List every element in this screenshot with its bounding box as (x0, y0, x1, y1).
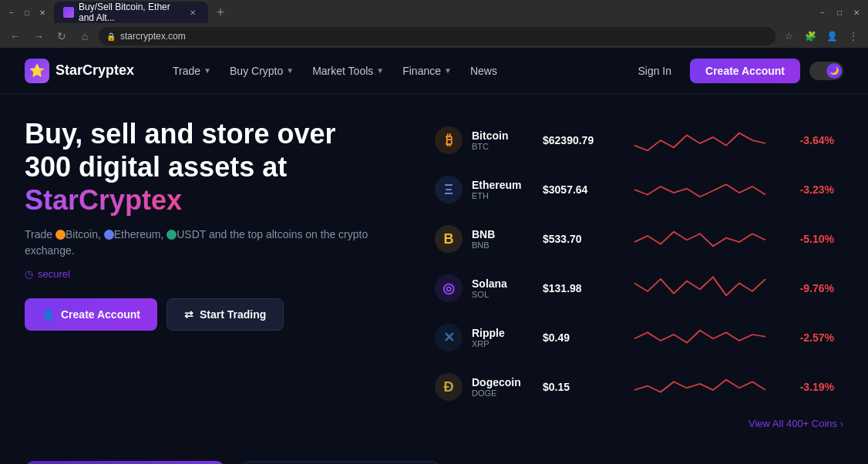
tab-favicon (63, 7, 74, 18)
security-card-preview: Security (456, 461, 657, 464)
signin-button[interactable]: Sign In (628, 60, 681, 82)
address-bar[interactable]: 🔒 starcryptex.com (99, 27, 775, 45)
coin-ticker: ETH (472, 191, 533, 200)
nav-trade[interactable]: Trade ▼ (165, 60, 219, 82)
browser-window-controls: − □ ✕ (6, 7, 48, 18)
coin-change: -3.23% (788, 183, 834, 196)
win-restore[interactable]: □ (834, 7, 845, 18)
coin-name: Bitcoin (472, 129, 533, 142)
crypto-row[interactable]: Ξ Ethereum ETH $3057.64 -3.23% (426, 166, 843, 213)
coin-icon: Ð (435, 373, 463, 401)
coin-icon: Ξ (435, 176, 463, 203)
coin-chart (621, 174, 779, 205)
hero-brand-name: StarCryptex (25, 184, 182, 216)
address-bar-row: ← → ↻ ⌂ 🔒 starcryptex.com ☆ 🧩 👤 ⋮ (0, 25, 868, 48)
coin-icon: ₿ (435, 126, 463, 154)
hero-create-account-button[interactable]: 👤 Create Account (25, 298, 157, 331)
browser-chrome: − □ ✕ Buy/Sell Bitcoin, Ether and Alt...… (0, 0, 868, 48)
crypto-row[interactable]: B BNB BNB $533.70 -5.10% (426, 216, 843, 262)
nav-news[interactable]: News (463, 60, 505, 82)
nav-market-tools[interactable]: Market Tools ▼ (304, 60, 392, 82)
nav-buy-crypto[interactable]: Buy Crypto ▼ (222, 60, 301, 82)
hero-left: Buy, sell and store over 300 digital ass… (25, 117, 395, 331)
home-button[interactable]: ⌂ (76, 27, 94, 45)
secure-text: securel (38, 268, 70, 280)
active-tab[interactable]: Buy/Sell Bitcoin, Ether and Alt... ✕ (54, 2, 208, 23)
coin-chart (621, 224, 779, 254)
name-card-preview: "Name" Card (25, 461, 225, 464)
bitcoin-icon (56, 230, 66, 240)
nav-links: Trade ▼ Buy Crypto ▼ Market Tools ▼ Fina… (165, 60, 628, 82)
close-button[interactable]: ✕ (37, 7, 48, 18)
maximize-button[interactable]: □ (22, 7, 32, 18)
coin-price: $131.98 (543, 282, 612, 294)
address-bar-actions: ☆ 🧩 👤 ⋮ (780, 28, 862, 45)
theme-toggle-thumb: 🌙 (826, 63, 842, 79)
trade-icon: ⇄ (184, 308, 193, 321)
coin-icon: ◎ (435, 274, 463, 302)
view-all-section: View All 400+ Coins › (426, 416, 843, 430)
nav-actions: Sign In Create Account 🌙 (628, 59, 843, 83)
coin-chart (621, 125, 779, 156)
win-minimize[interactable]: − (817, 7, 828, 18)
reload-button[interactable]: ↻ (52, 27, 71, 45)
hero-start-trading-button[interactable]: ⇄ Start Trading (167, 298, 284, 331)
coin-name: BNB (472, 228, 533, 240)
chart-card-preview: ▲ 4.71% (241, 461, 441, 464)
secure-label: ◷ securel (25, 268, 395, 280)
extensions-button[interactable]: 🧩 (802, 28, 819, 45)
ssl-lock-icon: 🔒 (106, 32, 116, 41)
coin-change: -5.10% (788, 233, 834, 245)
buy-crypto-chevron: ▼ (286, 66, 294, 75)
theme-toggle[interactable]: 🌙 (809, 62, 843, 80)
coin-price: $533.70 (543, 233, 612, 245)
menu-button[interactable]: ⋮ (845, 28, 862, 45)
coin-name: Ripple (472, 327, 533, 339)
hero-title-line2: 300 digital assets at (25, 151, 287, 183)
coin-ticker: BTC (472, 142, 533, 151)
new-tab-button[interactable]: + (210, 2, 231, 23)
create-account-button[interactable]: Create Account (690, 59, 800, 83)
coin-info: Bitcoin BTC (472, 129, 533, 151)
tab-title: Buy/Sell Bitcoin, Ether and Alt... (79, 2, 182, 23)
hero-right: ₿ Bitcoin BTC $62390.79 -3.64% Ξ Ethereu… (426, 117, 843, 430)
minimize-button[interactable]: − (6, 7, 17, 18)
finance-chevron: ▼ (444, 66, 452, 75)
ethereum-icon (104, 230, 114, 240)
coin-info: Dogecoin DOGE (472, 376, 533, 398)
coin-info: Ripple XRP (472, 327, 533, 348)
secure-icon: ◷ (25, 268, 33, 280)
tab-close-button[interactable]: ✕ (187, 6, 199, 18)
coin-icon: ✕ (435, 324, 463, 351)
crypto-row[interactable]: ◎ Solana SOL $131.98 -9.76% (426, 265, 843, 311)
coin-change: -3.64% (788, 134, 834, 146)
crypto-row[interactable]: ✕ Ripple XRP $0.49 -2.57% (426, 314, 843, 361)
market-tools-chevron: ▼ (376, 66, 384, 75)
coin-ticker: BNB (472, 240, 533, 250)
back-button[interactable]: ← (6, 27, 25, 45)
logo[interactable]: ⭐ StarCryptex (25, 59, 134, 83)
coin-price: $0.15 (543, 381, 612, 393)
coin-chart (621, 273, 779, 304)
hero-buttons: 👤 Create Account ⇄ Start Trading (25, 298, 395, 331)
bookmark-button[interactable]: ☆ (780, 28, 797, 45)
coin-name: Solana (472, 277, 533, 290)
win-close[interactable]: ✕ (851, 7, 862, 18)
coin-price: $0.49 (543, 331, 612, 344)
crypto-row[interactable]: ₿ Bitcoin BTC $62390.79 -3.64% (426, 117, 843, 163)
view-all-link[interactable]: View All 400+ Coins › (749, 418, 843, 429)
trade-chevron: ▼ (204, 66, 211, 75)
coin-price: $3057.64 (543, 183, 612, 196)
forward-button[interactable]: → (29, 27, 48, 45)
crypto-row[interactable]: Ð Dogecoin DOGE $0.15 -3.19% (426, 364, 843, 410)
coin-info: BNB BNB (472, 228, 533, 250)
coin-info: Ethereum ETH (472, 179, 533, 200)
create-icon: 👤 (42, 308, 55, 321)
coin-chart (621, 372, 779, 402)
profile-button[interactable]: 👤 (823, 28, 840, 45)
nav-finance[interactable]: Finance ▼ (395, 60, 459, 82)
coin-chart (621, 322, 779, 353)
coin-ticker: XRP (472, 339, 533, 348)
hero-title: Buy, sell and store over 300 digital ass… (25, 117, 395, 217)
navbar: ⭐ StarCryptex Trade ▼ Buy Crypto ▼ Marke… (0, 48, 868, 94)
